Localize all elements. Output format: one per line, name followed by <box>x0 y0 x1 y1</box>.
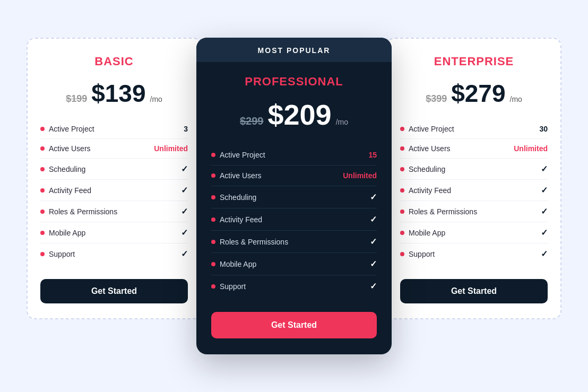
list-item: Activity Feed ✓ <box>40 180 188 201</box>
feature-label: Roles & Permissions <box>49 207 117 216</box>
list-item: Mobile App ✓ <box>400 222 548 243</box>
feature-label: Mobile App <box>220 260 256 268</box>
check-icon: ✓ <box>181 164 188 174</box>
feature-label: Support <box>49 250 75 258</box>
dot-icon <box>400 146 404 151</box>
feature-label: Activity Feed <box>220 215 262 224</box>
check-icon: ✓ <box>541 164 548 174</box>
feature-value: Unlimited <box>514 144 548 153</box>
pro-body: PROFESSIONAL $299 $209 /mo Active Projec… <box>196 62 392 297</box>
enterprise-price-row: $399 $279 /mo <box>400 79 548 108</box>
professional-plan-card: MOST POPULAR PROFESSIONAL $299 $209 /mo … <box>196 38 392 354</box>
feature-label: Scheduling <box>49 165 85 173</box>
list-item: Activity Feed ✓ <box>400 180 548 201</box>
basic-price-new: $139 <box>91 79 145 108</box>
list-item: Support ✓ <box>211 275 377 297</box>
feature-label: Active Users <box>409 144 451 153</box>
dot-icon <box>400 167 404 171</box>
list-item: Mobile App ✓ <box>40 222 188 243</box>
feature-label: Support <box>409 250 435 258</box>
professional-price-new: $209 <box>268 98 332 131</box>
professional-price-old: $299 <box>240 115 264 127</box>
list-item: Roles & Permissions ✓ <box>40 201 188 222</box>
dot-icon <box>40 127 45 131</box>
check-icon: ✓ <box>541 206 548 216</box>
feature-value: 15 <box>368 151 377 159</box>
dot-icon <box>400 188 404 193</box>
enterprise-price-period: /mo <box>510 95 522 103</box>
professional-price-row: $299 $209 /mo <box>211 98 377 131</box>
dot-icon <box>211 153 215 157</box>
feature-label: Scheduling <box>220 193 256 202</box>
check-icon: ✓ <box>181 249 188 259</box>
feature-value: Unlimited <box>343 171 377 180</box>
dot-icon <box>211 240 215 244</box>
dot-icon <box>211 284 215 289</box>
feature-value: 30 <box>539 125 548 133</box>
feature-label: Active Users <box>220 171 262 180</box>
feature-label: Mobile App <box>409 229 445 237</box>
dot-icon <box>40 167 45 171</box>
check-icon: ✓ <box>541 185 548 195</box>
check-icon: ✓ <box>541 228 548 238</box>
check-icon: ✓ <box>370 214 377 224</box>
dot-icon <box>400 252 404 256</box>
enterprise-get-started-button[interactable]: Get Started <box>400 279 548 303</box>
feature-label: Support <box>220 282 246 291</box>
enterprise-price-old: $399 <box>426 93 447 104</box>
basic-plan-name: BASIC <box>40 55 188 68</box>
list-item: Scheduling ✓ <box>211 186 377 208</box>
dot-icon <box>400 231 404 235</box>
list-item: Support ✓ <box>400 243 548 264</box>
check-icon: ✓ <box>181 206 188 216</box>
enterprise-plan-name: ENTERPRISE <box>400 55 548 68</box>
basic-get-started-button[interactable]: Get Started <box>40 279 188 303</box>
feature-label: Active Users <box>49 144 91 153</box>
basic-price-row: $199 $139 /mo <box>40 79 188 108</box>
dot-icon <box>40 146 45 151</box>
pricing-section: BASIC $199 $139 /mo Active Project 3 Act… <box>11 38 577 354</box>
dot-icon <box>211 173 215 178</box>
enterprise-plan-card: ENTERPRISE $399 $279 /mo Active Project … <box>386 38 561 319</box>
check-icon: ✓ <box>181 185 188 195</box>
feature-label: Active Project <box>409 125 454 133</box>
basic-price-old: $199 <box>66 93 87 104</box>
professional-get-started-button[interactable]: Get Started <box>211 312 377 338</box>
check-icon: ✓ <box>370 281 377 291</box>
check-icon: ✓ <box>370 237 377 247</box>
list-item: Activity Feed ✓ <box>211 208 377 231</box>
feature-label: Roles & Permissions <box>220 238 288 246</box>
feature-value: Unlimited <box>154 144 188 153</box>
list-item: Scheduling ✓ <box>400 159 548 180</box>
dot-icon <box>40 252 45 256</box>
dot-icon <box>211 195 215 199</box>
basic-price-period: /mo <box>150 95 162 103</box>
feature-label: Active Project <box>49 125 94 133</box>
basic-feature-list: Active Project 3 Active Users Unlimited … <box>40 119 188 264</box>
list-item: Active Project 3 <box>40 119 188 139</box>
list-item: Active Users Unlimited <box>40 139 188 159</box>
list-item: Active Project 30 <box>400 119 548 139</box>
list-item: Roles & Permissions ✓ <box>400 201 548 222</box>
list-item: Roles & Permissions ✓ <box>211 231 377 253</box>
most-popular-banner: MOST POPULAR <box>196 38 392 62</box>
list-item: Mobile App ✓ <box>211 253 377 275</box>
check-icon: ✓ <box>541 249 548 259</box>
list-item: Active Project 15 <box>211 145 377 165</box>
enterprise-price-new: $279 <box>451 79 505 108</box>
enterprise-feature-list: Active Project 30 Active Users Unlimited… <box>400 119 548 264</box>
check-icon: ✓ <box>370 192 377 202</box>
dot-icon <box>40 231 45 235</box>
list-item: Scheduling ✓ <box>40 159 188 180</box>
list-item: Active Users Unlimited <box>400 139 548 159</box>
professional-feature-list: Active Project 15 Active Users Unlimited… <box>211 145 377 297</box>
dot-icon <box>40 188 45 193</box>
list-item: Active Users Unlimited <box>211 165 377 186</box>
dot-icon <box>400 127 404 131</box>
feature-label: Scheduling <box>409 165 445 173</box>
check-icon: ✓ <box>181 228 188 238</box>
dot-icon <box>211 217 215 222</box>
dot-icon <box>211 262 215 266</box>
basic-plan-card: BASIC $199 $139 /mo Active Project 3 Act… <box>27 38 202 319</box>
professional-price-period: /mo <box>336 118 348 126</box>
